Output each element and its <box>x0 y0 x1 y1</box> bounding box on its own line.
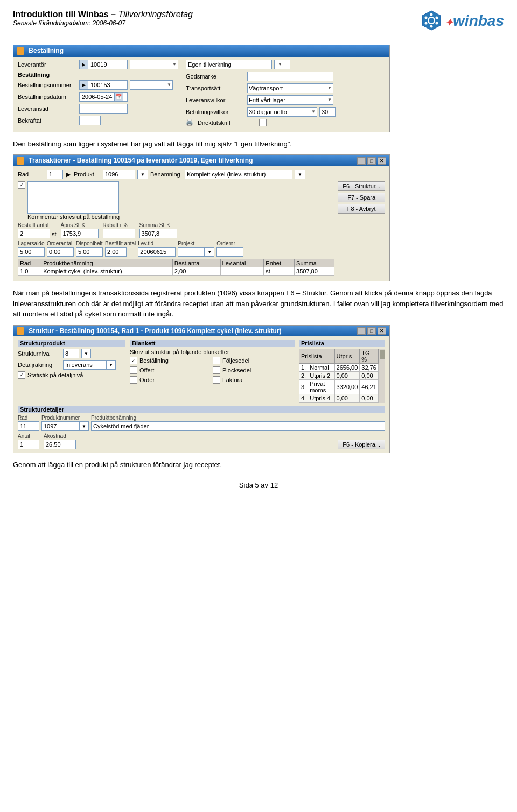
minimize-button[interactable]: _ <box>357 157 366 165</box>
restore-button[interactable]: □ <box>367 157 376 165</box>
projekt-input[interactable] <box>178 247 205 257</box>
kommentar-checkbox[interactable]: ✓ <box>18 181 25 189</box>
col-tg: TG % <box>360 349 379 364</box>
detail-produktbenamning-input[interactable]: Cykelstöd med fjäder <box>91 421 385 431</box>
f7-spara-button[interactable]: F7 - Spara <box>338 193 385 202</box>
strukturdetaljer-label: Strukturdetaljer <box>18 406 385 413</box>
cell-namn: Normal <box>308 364 334 372</box>
bestallning-checkbox[interactable]: ✓ <box>130 357 137 364</box>
ordernr-input[interactable] <box>216 247 243 257</box>
bestallning-body: Leverantör ▶ 10019 ▼ Beställning Beställ… <box>13 57 389 132</box>
transportsatt-select[interactable]: Vägtransport ▼ <box>247 83 333 93</box>
struk-minimize-button[interactable]: _ <box>357 327 366 335</box>
f6-struktur-button[interactable]: F6 - Struktur... <box>338 181 385 191</box>
cell-tg: 0,00 <box>360 372 379 380</box>
godsmärke-input[interactable] <box>247 72 333 81</box>
detaljrakning-select[interactable]: ▼ <box>106 360 116 370</box>
antal-input[interactable]: 1 <box>18 440 39 449</box>
bestallning-section-label: Beställning <box>18 72 77 78</box>
akostnad-input[interactable]: 26,50 <box>44 440 76 449</box>
följesedel-checkbox[interactable] <box>213 357 220 364</box>
direktutskrift-row: 🖨️ Direktutskrift <box>186 119 385 126</box>
leverantor-select[interactable]: ▼ <box>130 60 178 69</box>
cell-produktbenamning: Komplett cykel (inlev. struktur) <box>41 267 173 276</box>
detail-rad-input[interactable]: 11 <box>18 421 39 431</box>
levtid-input[interactable]: 20060615 <box>138 247 176 257</box>
ordernr-group: Ordernr <box>216 241 243 257</box>
leverantor-input[interactable]: ▶ 10019 <box>79 60 128 69</box>
leverantor-label: Leverantör <box>18 61 77 68</box>
bestalt-antal-input[interactable]: 2 <box>18 229 50 238</box>
leverantor-extra-select[interactable]: ▼ <box>274 60 290 69</box>
bestallningsnummer-select[interactable]: ▼ <box>130 80 173 90</box>
svg-point-4 <box>425 17 428 19</box>
struk-close-button[interactable]: ✕ <box>378 327 386 335</box>
bekraftat-input[interactable] <box>79 116 101 125</box>
kommentar-box[interactable] <box>27 181 119 214</box>
trans-top-row: Rad 1 ▶ Produkt 1096 ▼ Benämning Komplet… <box>18 170 385 179</box>
disponibelt-input[interactable]: 5,00 <box>76 247 103 257</box>
lagersaldo-input[interactable]: 5,00 <box>18 247 45 257</box>
calendar-icon[interactable]: 📅 <box>114 93 123 101</box>
detail-produktnummer-select[interactable]: ▼ <box>79 421 89 431</box>
faktura-checkbox[interactable] <box>213 376 220 384</box>
antal-group: Antal 1 <box>18 433 39 449</box>
benamning-input[interactable]: Komplett cykel (inlev. struktur) <box>185 170 292 179</box>
window-controls[interactable]: _ □ ✕ <box>357 157 386 165</box>
produkt-select[interactable]: ▼ <box>137 170 148 179</box>
f6-kopiera-button[interactable]: F6 - Kopiera... <box>338 440 385 449</box>
col-levantal: Lev.antal <box>220 259 264 267</box>
strukturniva-input[interactable]: 8 <box>63 349 79 358</box>
betalningsvillkor-days[interactable]: 30 <box>319 107 336 117</box>
prislista-scrollbar[interactable] <box>379 349 385 403</box>
f8-avbryt-button[interactable]: F8 - Avbryt <box>338 204 385 214</box>
leveransvillkor-select[interactable]: Fritt vårt lager ▼ <box>247 95 333 105</box>
leverantor-nav-arrow[interactable]: ▶ <box>80 60 88 69</box>
rabatt-input[interactable] <box>103 229 135 238</box>
leveranstid-input[interactable] <box>79 104 128 114</box>
bestalt-antal-label: Beställt antal <box>18 222 57 228</box>
strukturniva-select[interactable]: ▼ <box>81 349 91 358</box>
bestalt-antal2-input[interactable]: 2,00 <box>105 247 127 257</box>
bestallningsdatum-row: Beställningsdatum 2006-05-24 📅 <box>18 92 179 102</box>
order-checkbox[interactable] <box>130 376 137 384</box>
struk-window-controls[interactable]: _ □ ✕ <box>357 327 386 335</box>
offert-checkbox-row: Offert <box>130 366 212 374</box>
lagersaldo-label: Lagersaldo <box>18 241 45 246</box>
leverantor-extra-input[interactable]: Egen tillverkning <box>186 60 272 69</box>
detaljrakning-row: Detaljräkning Inleverans ▼ <box>18 360 125 370</box>
nav-arrow-rad[interactable]: ▶ <box>66 171 71 178</box>
plocksedel-checkbox[interactable] <box>213 366 220 374</box>
projekt-select[interactable]: ▼ <box>205 247 214 257</box>
bestallning-label-row: Beställning <box>18 72 179 78</box>
page-number: Sida 5 av 12 <box>13 481 504 489</box>
trans-window-icon <box>17 157 24 165</box>
close-button[interactable]: ✕ <box>378 157 386 165</box>
ordernr-label: Ordernr <box>216 241 243 246</box>
rad-input[interactable]: 1 <box>47 170 63 179</box>
detail-rad-group: Rad 11 <box>18 415 39 431</box>
summa-input[interactable]: 3507,8 <box>139 229 177 238</box>
benamning-select[interactable]: ▼ <box>295 170 305 179</box>
direktutskrift-checkbox[interactable] <box>259 119 267 126</box>
bestallningsdatum-input[interactable]: 2006-05-24 📅 <box>79 92 128 102</box>
detaljrakning-input[interactable]: Inleverans <box>63 360 106 370</box>
offert-checkbox[interactable] <box>130 366 137 374</box>
struk-restore-button[interactable]: □ <box>367 327 376 335</box>
bestallningsnummer-nav[interactable]: ▶ <box>80 81 88 89</box>
produkt-label: Produkt <box>74 171 101 178</box>
apris-input[interactable]: 1753,9 <box>61 229 99 238</box>
faktura-chk-label: Faktura <box>222 377 242 383</box>
blankett-label: Blankett <box>130 340 295 347</box>
betalningsvillkor-select[interactable]: 30 dagar netto ▼ <box>247 107 317 117</box>
bestallningsnummer-input[interactable]: ▶ 100153 <box>79 80 128 90</box>
detail-produktnummer-input[interactable]: 1097 <box>41 421 79 431</box>
produkt-input[interactable]: 1096 <box>103 170 135 179</box>
struk-window-icon <box>17 327 24 335</box>
orderantal-input[interactable]: 0,00 <box>47 247 74 257</box>
cell-tg: 46,21 <box>360 380 379 394</box>
bestallning-chk-label: Beställning <box>139 357 169 364</box>
svg-point-6 <box>425 22 428 25</box>
leverantor-extra-row: Egen tillverkning ▼ <box>186 60 385 69</box>
statistik-checkbox[interactable]: ✓ <box>18 371 25 379</box>
